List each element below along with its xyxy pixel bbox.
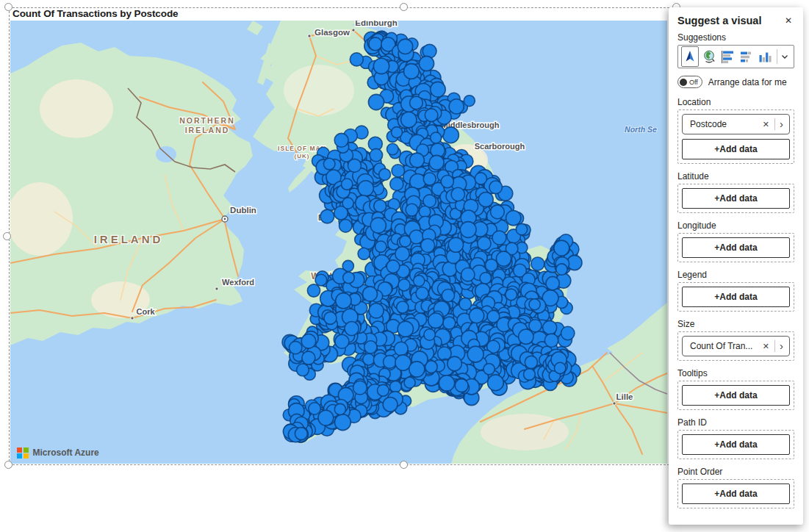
field-section-longitude: Longitude+Add data <box>677 220 794 262</box>
field-label-location: Location <box>677 97 794 107</box>
field-well-path-id[interactable]: +Add data <box>677 430 794 459</box>
field-well-tooltips[interactable]: +Add data <box>677 381 794 410</box>
suggestions-row <box>677 45 794 68</box>
field-well-point-order[interactable]: +Add data <box>677 479 794 508</box>
field-well-latitude[interactable]: +Add data <box>677 184 794 213</box>
pill-divider <box>774 340 775 352</box>
suggestion-stacked-bar-chart-icon[interactable] <box>738 47 754 66</box>
suggestion-funnel-chart-icon[interactable] <box>719 47 736 66</box>
field-section-size: SizeCount Of Tran...✕› <box>677 319 794 361</box>
suggestions-expand-chevron-icon[interactable] <box>780 47 791 66</box>
field-section-legend: Legend+Add data <box>677 270 794 312</box>
field-label-longitude: Longitude <box>677 220 794 231</box>
field-pill-size[interactable]: Count Of Tran...✕› <box>682 336 790 356</box>
field-label-latitude: Latitude <box>677 171 794 181</box>
arrange-data-label: Arrange data for me <box>708 77 787 87</box>
chevron-right-icon[interactable]: › <box>778 340 785 351</box>
panel-title: Suggest a visual <box>677 15 761 26</box>
field-well-longitude[interactable]: +Add data <box>677 233 794 262</box>
chevron-right-icon[interactable]: › <box>778 118 785 129</box>
field-pill-location[interactable]: Postcode✕› <box>682 114 790 134</box>
field-section-latitude: Latitude+Add data <box>677 171 794 213</box>
add-data-button-tooltips[interactable]: +Add data <box>682 385 790 406</box>
field-section-tooltips: Tooltips+Add data <box>677 368 794 410</box>
field-label-point-order: Point Order <box>677 467 794 477</box>
field-label-tooltips: Tooltips <box>677 368 794 378</box>
field-section-location: LocationPostcode✕›+Add data <box>677 97 794 164</box>
suggestions-label: Suggestions <box>677 32 794 43</box>
remove-field-icon[interactable]: ✕ <box>761 342 772 351</box>
pill-value: Postcode <box>690 119 758 129</box>
add-data-button-point-order[interactable]: +Add data <box>682 484 790 504</box>
add-data-button-path-id[interactable]: +Add data <box>682 434 790 455</box>
toggle-state: Off <box>689 79 698 86</box>
visual-title: Count Of Transactions by Postcode <box>12 8 178 19</box>
visual-selection-border[interactable] <box>9 7 677 465</box>
field-section-point-order: Point Order+Add data <box>677 467 794 508</box>
field-label-size: Size <box>677 319 794 329</box>
pill-value: Count Of Tran... <box>690 341 758 351</box>
remove-field-icon[interactable]: ✕ <box>761 120 772 129</box>
resize-handle-bottom-middle[interactable] <box>400 461 408 469</box>
add-data-button-location[interactable]: +Add data <box>682 139 790 159</box>
add-data-button-latitude[interactable]: +Add data <box>682 188 790 209</box>
pill-divider <box>774 118 775 130</box>
field-label-path-id: Path ID <box>677 417 794 428</box>
add-data-button-longitude[interactable]: +Add data <box>682 237 790 258</box>
field-well-size[interactable]: Count Of Tran...✕› <box>677 331 794 361</box>
resize-handle-top-middle[interactable] <box>400 3 408 11</box>
add-data-button-legend[interactable]: +Add data <box>682 287 790 307</box>
resize-handle-left-middle[interactable] <box>3 232 11 240</box>
field-wells: LocationPostcode✕›+Add dataLatitude+Add … <box>677 97 794 508</box>
suggestion-azure-map-arrow-icon[interactable] <box>681 46 699 67</box>
field-well-legend[interactable]: +Add data <box>677 282 794 312</box>
suggest-a-visual-panel: Suggest a visual ✕ Suggestions <box>669 7 803 525</box>
field-well-location[interactable]: Postcode✕›+Add data <box>677 109 794 164</box>
toggle-knob <box>680 79 687 86</box>
close-icon[interactable]: ✕ <box>783 15 794 26</box>
resize-handle-bottom-left[interactable] <box>4 461 12 469</box>
suggestion-globe-icon[interactable] <box>701 47 717 66</box>
suggestion-column-chart-icon[interactable] <box>757 47 773 66</box>
arrange-data-toggle[interactable]: Off <box>677 76 702 88</box>
resize-handle-top-left[interactable] <box>4 3 12 11</box>
field-label-legend: Legend <box>677 270 794 280</box>
suggestions-divider <box>777 49 777 64</box>
field-section-path-id: Path ID+Add data <box>677 417 794 459</box>
